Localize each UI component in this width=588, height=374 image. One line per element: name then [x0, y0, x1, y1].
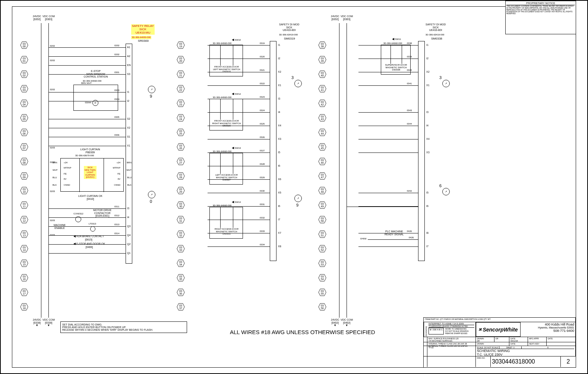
- row-marker: 03 22: [177, 85, 185, 93]
- lc-highlight: SICK MINI TWIN LIGHT CURTAIN [24VDC]: [84, 166, 97, 179]
- row-marker: 03 45: [318, 143, 326, 151]
- pin-I5: I5: [278, 151, 280, 154]
- pin-I7: I7: [426, 245, 429, 248]
- bus-label-col1-bl: 24VDC [0338]: [33, 318, 41, 327]
- pin-Q3: Q3: [127, 225, 130, 227]
- pin-I3: I3: [127, 207, 129, 210]
- sheetref-0: ↗: [148, 191, 155, 198]
- drawing-title: SCHEMATIC WIRING T.C. UL/CE 230V: [477, 349, 574, 356]
- pin-X1: X1: [278, 84, 281, 87]
- row-marker: 03 30: [177, 201, 185, 209]
- pin-X2: X2: [278, 70, 281, 73]
- module-sm0338: [418, 41, 425, 261]
- pin-X1: X1: [127, 144, 130, 147]
- lt0313-lamp: [90, 226, 95, 232]
- row-marker: 03 36: [177, 288, 185, 296]
- pin-Q1: Q1: [127, 252, 130, 254]
- row-marker: 03 06: [20, 128, 28, 136]
- row-marker: 03 09: [20, 172, 28, 180]
- row-marker: 03 39: [318, 56, 326, 64]
- sm0338-partno: 3D-306-63419-000: [426, 34, 444, 36]
- row-marker: 03 35: [177, 274, 185, 282]
- row-marker: 03 05: [20, 114, 28, 122]
- sw11: SW11: [392, 37, 401, 41]
- row-marker: 03 12: [20, 216, 28, 224]
- bus-label-col3-bl: 24VDC [0402]: [331, 318, 339, 327]
- row-marker: 03 24: [177, 114, 185, 122]
- row-marker: 03 31: [177, 216, 185, 224]
- lc-ok: LIGHT CURTAIN OK [0410]: [78, 195, 102, 200]
- pin-Q2: Q2: [127, 243, 130, 245]
- estop-tags: BRN WHT: [81, 82, 92, 84]
- pin-X4: X4: [278, 124, 281, 127]
- pin-I7: I7: [278, 218, 280, 221]
- row-marker: 03 33: [177, 245, 185, 253]
- pin-I4: I4: [426, 124, 429, 127]
- tb-rev-header: ITEM# PART NO. QTY PURCH OR MATERIAL DES…: [424, 318, 576, 322]
- pin-S3: S3: [127, 73, 130, 75]
- row-marker: 03 26: [177, 143, 185, 151]
- switch-ds0327: 3D-306-64960-000LEFT ACCESS DOOR MAGNETI…: [209, 153, 243, 185]
- sheetref-9b: ↗: [294, 195, 302, 202]
- pin-I2: I2: [426, 57, 429, 60]
- row-marker: 03 46: [318, 157, 326, 166]
- switch-ds0338: 3D-306-64960-000 SUPERVISOR DOOR MAGNETI…: [381, 45, 411, 75]
- estop-door-ok: E-STOP AND DOOR OK [0406]: [73, 242, 105, 248]
- lt0313-label: LT0313: [89, 223, 96, 225]
- pin-X7: X7: [278, 232, 281, 234]
- row-marker: 03 02: [20, 70, 28, 78]
- module-sm0319: [270, 41, 276, 261]
- lc-box: SICK MINI TWIN LIGHT CURTAIN [24VDC] BRN…: [60, 158, 124, 192]
- row-marker: 03 16: [20, 274, 28, 282]
- row-marker: 03 53: [318, 259, 326, 267]
- row-marker: 03 19: [177, 41, 185, 49]
- pin-I8: I8: [426, 232, 429, 234]
- proprietary-title: PROPRIETARY NOTICE: [506, 2, 575, 5]
- pin-I6: I6: [278, 164, 280, 167]
- pin-I3: I3: [426, 111, 429, 113]
- pin-S2: S2: [127, 117, 130, 120]
- row-marker: 03 00: [20, 41, 28, 49]
- sr0300-ref: SR0300: [138, 40, 149, 43]
- proprietary-body: THIS DOCUMENT CONTAINS CONFIDENTIAL TRAD…: [506, 6, 575, 15]
- sm0338-ref: SM0338: [431, 37, 442, 41]
- pin-I4: I4: [127, 216, 129, 219]
- row-marker: 03 43: [318, 114, 326, 122]
- sr0300-title: SAFETY RELAY SICK UE410-MU: [131, 24, 155, 35]
- row-marker: 03 32: [177, 230, 185, 238]
- pin-A2: A2: [127, 55, 130, 57]
- row-marker: 03 21: [177, 70, 185, 78]
- row-marker: 03 34: [177, 259, 185, 267]
- row-marker: 03 47: [318, 172, 326, 180]
- pin-S1: S1: [127, 135, 130, 138]
- pin-I1: I1: [426, 44, 429, 46]
- row-marker: 03 55: [318, 288, 326, 296]
- proprietary-notice: PROPRIETARY NOTICE THIS DOCUMENT CONTAIN…: [505, 1, 576, 34]
- row-marker: 03 56: [318, 303, 326, 311]
- row-marker: 03 20: [177, 56, 185, 64]
- row-marker: 03 51: [318, 230, 326, 238]
- tb-revisions-label: REVISIONS: [424, 322, 427, 337]
- sheetref-3b: ↗: [442, 80, 450, 87]
- pin-I4: I4: [278, 111, 280, 113]
- pin-X3: X3: [426, 151, 430, 154]
- row-marker: 03 38: [318, 41, 326, 49]
- bus-label-col3-br: VDC COM [0402]: [341, 318, 353, 327]
- bus-label-col1-tr: VDC COM [0303]: [42, 15, 55, 21]
- pin-X4: X4: [426, 138, 430, 140]
- pin-I2: I2: [127, 100, 129, 102]
- bus-label-col1-br: VDC COM [0338]: [42, 318, 55, 327]
- pin-X1: X1: [426, 84, 430, 87]
- pin-A1: A1: [127, 46, 130, 48]
- row-marker: 03 50: [318, 216, 326, 224]
- row-marker: 03 28: [177, 172, 185, 180]
- sheetref-6: ↗: [442, 188, 450, 195]
- sheetref-9a: ↗: [148, 86, 155, 93]
- company-logo: ⌘SencorpWhite: [476, 322, 521, 337]
- estop-box: BRN WHT R 0304A: [73, 85, 118, 111]
- pin-I6: I6: [426, 205, 429, 207]
- wire-spec-note: ALL WIRES #18 AWG UNLESS OTHERWISE SPECI…: [230, 329, 375, 335]
- row-marker: 03 25: [177, 128, 185, 136]
- pin-X2: X2: [127, 126, 130, 129]
- row-marker: 03 40: [318, 70, 326, 78]
